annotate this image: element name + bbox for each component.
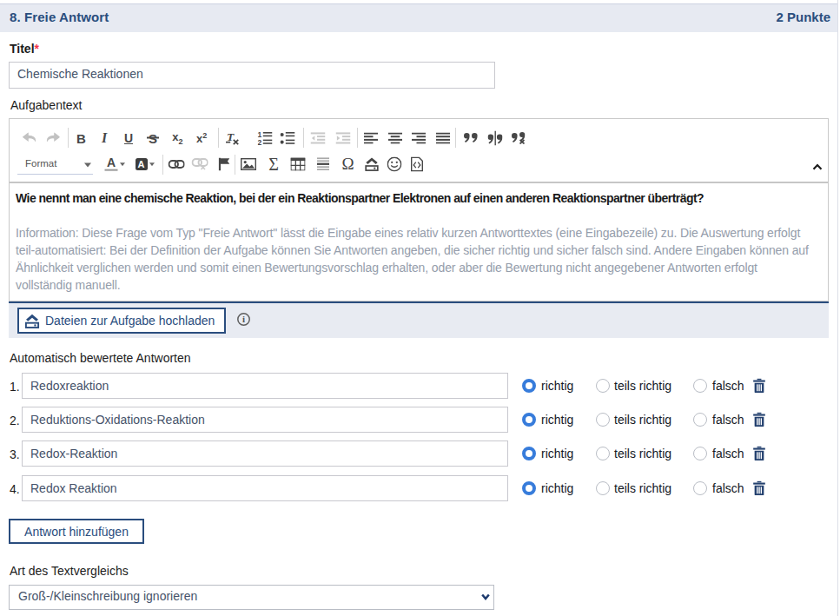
svg-text:2: 2 xyxy=(258,137,262,144)
svg-text:i: i xyxy=(241,314,244,324)
svg-text:T: T xyxy=(227,131,235,143)
